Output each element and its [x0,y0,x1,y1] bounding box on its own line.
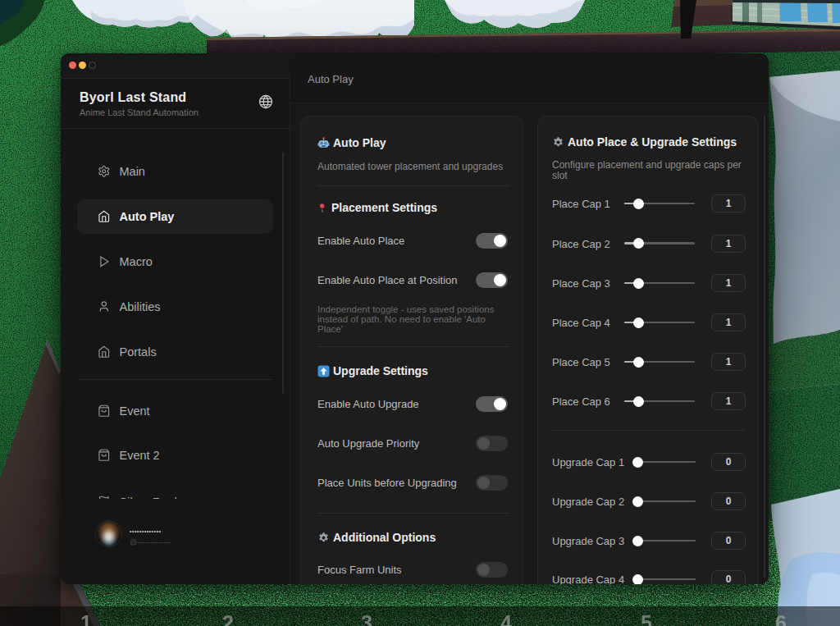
svg-text:1: 1 [80,611,92,626]
svg-text:4: 4 [500,611,512,626]
svg-text:3: 3 [361,611,372,626]
svg-text:2: 2 [222,611,234,626]
svg-text:6: 6 [775,611,787,626]
svg-text:5: 5 [641,611,652,626]
